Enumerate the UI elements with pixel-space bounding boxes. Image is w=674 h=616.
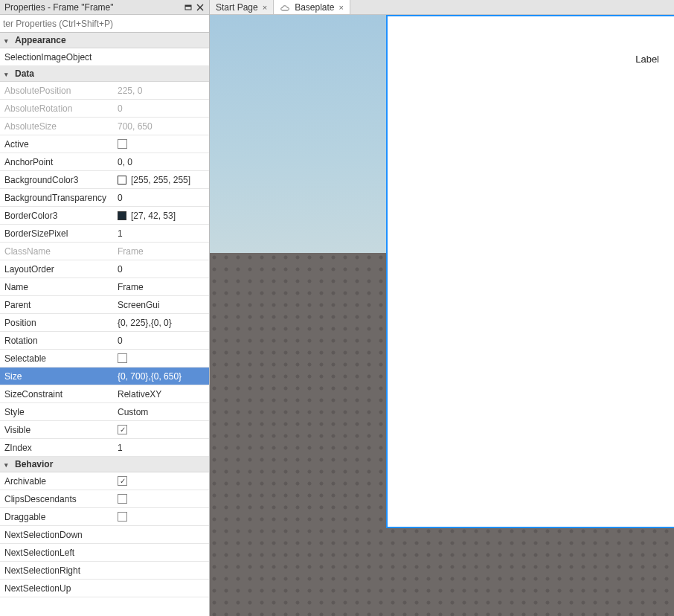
property-name: ZIndex xyxy=(0,443,113,453)
property-row[interactable]: BorderSizePixel1 xyxy=(0,225,209,243)
property-value-text: ScreenGui xyxy=(118,300,160,310)
tab-bar: Start Page × Baseplate × xyxy=(210,0,674,15)
scene-3d[interactable]: Label xyxy=(210,15,674,616)
property-name: SelectionImageObject xyxy=(0,52,113,62)
property-value-text: {0, 700},{0, 650} xyxy=(118,371,182,382)
property-value[interactable]: Custom xyxy=(113,407,209,417)
property-row[interactable]: NextSelectionLeft xyxy=(0,544,209,562)
property-row[interactable]: Draggable xyxy=(0,508,209,526)
property-row[interactable]: ClassNameFrame xyxy=(0,243,209,260)
property-value[interactable]: 225, 0 xyxy=(113,86,209,96)
property-row[interactable]: AbsoluteSize700, 650 xyxy=(0,118,209,135)
tab-baseplate[interactable]: Baseplate × xyxy=(274,0,350,14)
property-row[interactable]: Selectable xyxy=(0,350,209,368)
close-icon[interactable]: × xyxy=(339,3,344,12)
filter-input[interactable] xyxy=(0,15,209,32)
property-value-text: 0 xyxy=(118,193,123,203)
property-value[interactable]: 1 xyxy=(113,228,209,239)
property-name: Selectable xyxy=(0,353,113,364)
property-row[interactable]: NextSelectionUp xyxy=(0,580,209,597)
property-row[interactable]: NextSelectionDown xyxy=(0,526,209,544)
property-row[interactable]: BorderColor3[27, 42, 53] xyxy=(0,207,209,225)
property-value[interactable]: ✓ xyxy=(113,476,209,486)
property-value[interactable]: [255, 255, 255] xyxy=(113,175,209,185)
property-row[interactable]: ParentScreenGui xyxy=(0,296,209,314)
close-icon[interactable]: × xyxy=(263,3,267,12)
property-value[interactable]: {0, 225},{0, 0} xyxy=(113,318,209,328)
panel-title: Properties - Frame "Frame" xyxy=(3,2,182,13)
category-behavior[interactable]: Behavior xyxy=(0,457,209,472)
property-value[interactable] xyxy=(113,353,209,363)
property-row[interactable]: ClipsDescendants xyxy=(0,490,209,508)
properties-list[interactable]: AppearanceSelectionImageObjectDataAbsolu… xyxy=(0,33,209,616)
property-value[interactable]: Frame xyxy=(113,282,209,292)
property-row[interactable]: Position{0, 225},{0, 0} xyxy=(0,314,209,332)
category-data[interactable]: Data xyxy=(0,66,209,82)
property-value[interactable]: 0, 0 xyxy=(113,157,209,167)
property-value[interactable]: 0 xyxy=(113,264,209,275)
property-name: NextSelectionRight xyxy=(0,565,113,576)
property-row[interactable]: AbsolutePosition225, 0 xyxy=(0,82,209,100)
undock-icon[interactable] xyxy=(182,1,194,13)
color-swatch[interactable] xyxy=(118,211,126,220)
property-value[interactable]: ScreenGui xyxy=(113,300,209,310)
property-name: NextSelectionLeft xyxy=(0,548,113,558)
checkbox[interactable] xyxy=(118,512,127,522)
property-row[interactable]: BackgroundColor3[255, 255, 255] xyxy=(0,171,209,189)
property-row[interactable]: AnchorPoint0, 0 xyxy=(0,153,209,171)
gui-frame[interactable]: Label xyxy=(386,15,674,528)
property-value[interactable] xyxy=(113,512,209,522)
property-value[interactable] xyxy=(113,494,209,504)
property-name: Position xyxy=(0,318,113,328)
property-value[interactable]: RelativeXY xyxy=(113,389,209,400)
property-row[interactable]: BackgroundTransparency0 xyxy=(0,189,209,207)
color-swatch[interactable] xyxy=(118,176,126,185)
property-name: AbsoluteSize xyxy=(0,121,113,132)
property-name: LayoutOrder xyxy=(0,264,113,275)
property-value-text: 1 xyxy=(118,443,123,453)
property-value[interactable]: Frame xyxy=(113,246,209,257)
filter-bar xyxy=(0,15,209,33)
property-name: Size xyxy=(0,371,113,382)
property-name: AbsolutePosition xyxy=(0,86,113,96)
property-value[interactable]: 0 xyxy=(113,193,209,203)
checkbox[interactable]: ✓ xyxy=(118,425,127,434)
property-row[interactable]: NextSelectionRight xyxy=(0,562,209,580)
property-row[interactable]: Size{0, 700},{0, 650} xyxy=(0,368,209,385)
property-row[interactable]: Active xyxy=(0,135,209,153)
checkbox[interactable] xyxy=(118,139,127,149)
property-value[interactable]: 0 xyxy=(113,103,209,114)
property-value-text: 700, 650 xyxy=(118,121,153,132)
property-row[interactable]: SelectionImageObject xyxy=(0,48,209,66)
tab-label: Start Page xyxy=(216,2,258,13)
property-row[interactable]: Archivable✓ xyxy=(0,472,209,490)
property-value-text: RelativeXY xyxy=(118,389,161,400)
close-icon[interactable] xyxy=(194,1,206,13)
property-value[interactable]: [27, 42, 53] xyxy=(113,211,209,221)
property-value[interactable]: 1 xyxy=(113,443,209,453)
property-value[interactable]: {0, 700},{0, 650} xyxy=(113,371,209,382)
property-value-text: 1 xyxy=(118,228,123,239)
viewport: Start Page × Baseplate × Label xyxy=(210,0,674,616)
checkbox[interactable] xyxy=(118,494,127,504)
property-row[interactable]: AbsoluteRotation0 xyxy=(0,100,209,118)
property-name: Parent xyxy=(0,300,113,310)
property-row[interactable]: NameFrame xyxy=(0,278,209,296)
checkbox[interactable]: ✓ xyxy=(118,476,127,486)
property-row[interactable]: StyleCustom xyxy=(0,403,209,421)
property-name: Visible xyxy=(0,425,113,435)
property-row[interactable]: SizeConstraintRelativeXY xyxy=(0,385,209,403)
property-row[interactable]: LayoutOrder0 xyxy=(0,260,209,278)
category-appearance[interactable]: Appearance xyxy=(0,33,209,48)
tab-start-page[interactable]: Start Page × xyxy=(210,0,274,14)
property-row[interactable]: ZIndex1 xyxy=(0,439,209,457)
property-value[interactable]: 700, 650 xyxy=(113,121,209,132)
property-name: Archivable xyxy=(0,476,113,487)
property-value[interactable] xyxy=(113,139,209,149)
property-value[interactable]: ✓ xyxy=(113,425,209,434)
checkbox[interactable] xyxy=(118,353,127,363)
property-value-text: 0, 0 xyxy=(118,157,132,167)
property-value[interactable]: 0 xyxy=(113,336,209,346)
property-row[interactable]: Rotation0 xyxy=(0,332,209,350)
property-row[interactable]: Visible✓ xyxy=(0,421,209,439)
